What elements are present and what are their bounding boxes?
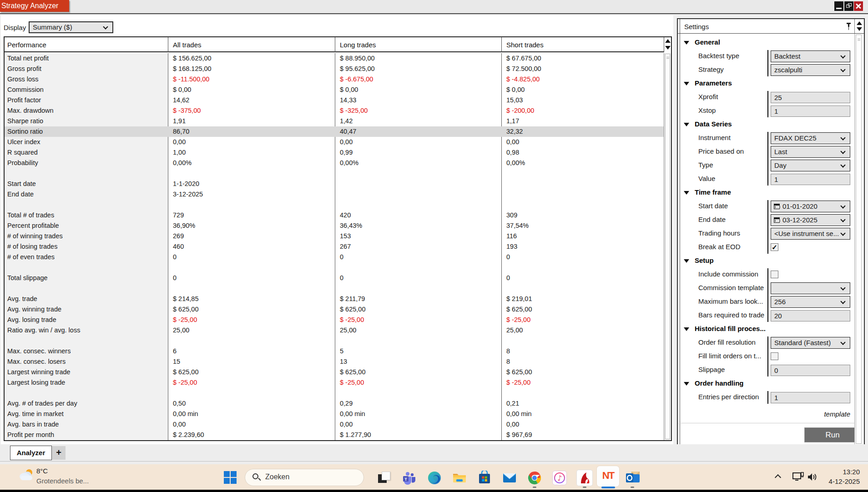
collapse-arrow-icon[interactable] [684, 191, 689, 195]
table-row[interactable] [5, 283, 664, 294]
display-dropdown[interactable]: Summary ($) [29, 21, 113, 33]
col-header-long-trades[interactable]: Long trades [340, 37, 376, 52]
settings-group-label[interactable]: Time frame [695, 188, 731, 196]
taskbar-icon-itunes[interactable]: ♪ [552, 471, 567, 485]
table-row[interactable]: Profit per month$ 2.239,60$ 1.277,90$ 96… [5, 430, 664, 440]
table-row[interactable]: # of losing trades460267193 [5, 241, 664, 252]
table-row[interactable]: Total # of trades729420309 [5, 210, 664, 221]
setting-dropdown[interactable] [771, 282, 850, 294]
setting-dropdown[interactable]: Backtest [771, 50, 850, 62]
table-row[interactable]: Sharpe ratio1,911,421,17 [5, 116, 664, 126]
tray-chevron-icon[interactable] [775, 474, 781, 481]
settings-group-label[interactable]: Data Series [695, 120, 732, 128]
start-button[interactable] [224, 471, 237, 485]
taskbar-icon-red-app[interactable] [577, 471, 592, 485]
taskbar-icon-file-explorer[interactable] [452, 471, 467, 485]
setting-dropdown[interactable]: Day [771, 160, 850, 171]
setting-checkbox[interactable] [771, 352, 778, 360]
setting-input[interactable]: 1 [771, 392, 850, 403]
collapse-arrow-icon[interactable] [684, 123, 689, 126]
table-row[interactable] [5, 336, 664, 346]
col-header-short-trades[interactable]: Short trades [506, 37, 544, 52]
setting-dropdown[interactable]: 03-12-2025 [771, 214, 850, 226]
table-row[interactable] [5, 388, 664, 398]
table-row[interactable]: Avg. trade$ 214,85$ 211,79$ 219,01 [5, 294, 664, 304]
table-row[interactable] [5, 262, 664, 273]
weather-condition[interactable]: Grotendeels be... [36, 477, 89, 485]
scroll-down-icon[interactable] [665, 46, 671, 50]
setting-input[interactable]: 1 [771, 174, 850, 185]
template-link[interactable]: template [824, 410, 850, 418]
table-row[interactable]: Avg. winning trade$ 625,00$ 625,00$ 625,… [5, 304, 664, 315]
table-row[interactable]: Probability0,00%0,00%0,00% [5, 158, 664, 168]
table-row[interactable] [5, 200, 664, 210]
table-row[interactable]: Percent profitable36,90%36,43%37,54% [5, 221, 664, 231]
setting-input[interactable]: 1 [771, 105, 850, 117]
table-row[interactable]: # of winning trades269153116 [5, 231, 664, 241]
setting-dropdown[interactable]: 256 [771, 296, 850, 308]
table-row[interactable]: Avg. # of trades per day0,500,290,21 [5, 398, 664, 409]
settings-group-label[interactable]: General [695, 38, 720, 46]
minimize-button[interactable] [834, 1, 843, 11]
table-scroll-buttons[interactable] [664, 37, 671, 52]
table-row[interactable]: Avg. losing trade$ -25,00$ -25,00$ -25,0… [5, 315, 664, 325]
setting-input[interactable]: 20 [771, 310, 850, 321]
table-row[interactable]: Gross loss$ -11.500,00$ -6.675,00$ -4.82… [5, 74, 664, 85]
table-row[interactable]: # of even trades000 [5, 252, 664, 262]
tab-analyzer[interactable]: Analyzer [10, 446, 52, 460]
weather-icon[interactable] [20, 469, 35, 484]
collapse-arrow-icon[interactable] [684, 41, 689, 45]
taskbar-icon-task-view[interactable] [377, 471, 392, 485]
scroll-up-icon[interactable] [665, 39, 671, 43]
col-header-all-trades[interactable]: All trades [173, 37, 202, 52]
tray-clock[interactable]: 13:20 4-12-2025 [814, 467, 860, 486]
table-row[interactable]: Avg. time in market0,00 min0,00 min0,00 … [5, 409, 664, 419]
setting-dropdown[interactable]: 01-01-2020 [771, 201, 850, 212]
table-row[interactable]: Largest winning trade$ 625,00$ 625,00$ 6… [5, 367, 664, 377]
table-scrollbar-thumb[interactable] [665, 54, 670, 439]
taskbar-icon-edge[interactable] [427, 471, 442, 485]
table-row[interactable]: Sortino ratio86,7040,4732,32 [5, 126, 664, 137]
network-icon[interactable] [792, 472, 804, 482]
taskbar-icon-teams[interactable]: T [402, 471, 417, 485]
col-header-performance[interactable]: Performance [7, 37, 46, 52]
taskbar-icon-mail[interactable] [502, 471, 517, 485]
table-row[interactable]: Max. consec. losers15138 [5, 356, 664, 367]
taskbar-icon-ninjatrader[interactable]: NT [597, 466, 619, 487]
setting-dropdown[interactable]: zscalpulti [771, 64, 850, 76]
collapse-arrow-icon[interactable] [684, 82, 689, 85]
settings-group-label[interactable]: Setup [695, 256, 714, 264]
setting-checkbox[interactable]: ✓ [771, 243, 778, 251]
table-row[interactable]: Gross profit$ 168.125,00$ 95.625,00$ 72.… [5, 64, 664, 74]
table-row[interactable]: Max. consec. winners658 [5, 346, 664, 356]
weather-temp[interactable]: 8°C [36, 467, 48, 475]
collapse-arrow-icon[interactable] [684, 259, 689, 263]
setting-dropdown[interactable]: <Use instrument se... [771, 228, 850, 240]
run-button[interactable]: Run [804, 427, 861, 442]
table-row[interactable]: Ulcer index0,000,000,00 [5, 137, 664, 147]
taskbar-icon-store[interactable] [477, 471, 492, 485]
setting-input[interactable]: 25 [771, 92, 850, 103]
close-button[interactable] [854, 1, 863, 11]
table-row[interactable]: Avg. bars in trade0,000,000,00 [5, 419, 664, 430]
table-row[interactable] [5, 168, 664, 179]
table-row[interactable]: Total net profit$ 156.625,00$ 88.950,00$… [5, 53, 664, 64]
search-box[interactable]: Zoeken [245, 469, 364, 486]
restore-button[interactable] [844, 1, 853, 11]
settings-group-label[interactable]: Historical fill proces... [695, 325, 766, 332]
table-row[interactable]: R squared1,000,990,98 [5, 147, 664, 158]
table-scrollbar[interactable] [664, 53, 671, 440]
settings-group-label[interactable]: Order handling [695, 379, 744, 387]
taskbar-icon-chrome[interactable] [527, 471, 542, 485]
settings-scrollbar[interactable] [854, 34, 863, 446]
setting-input[interactable]: 0 [771, 365, 850, 376]
table-row[interactable]: Ratio avg. win / avg. loss25,0025,0025,0… [5, 325, 664, 336]
settings-scrollbar-thumb[interactable] [856, 35, 862, 444]
setting-dropdown[interactable]: Last [771, 146, 850, 158]
table-row[interactable]: Commission$ 0,00$ 0,00$ 0,00 [5, 85, 664, 95]
table-row[interactable]: Largest losing trade$ -25,00$ -25,00$ -2… [5, 377, 664, 388]
setting-checkbox[interactable] [771, 271, 778, 278]
settings-group-label[interactable]: Parameters [695, 79, 732, 87]
table-row[interactable]: Start date1-1-2020 [5, 179, 664, 189]
table-row[interactable]: End date3-12-2025 [5, 189, 664, 200]
